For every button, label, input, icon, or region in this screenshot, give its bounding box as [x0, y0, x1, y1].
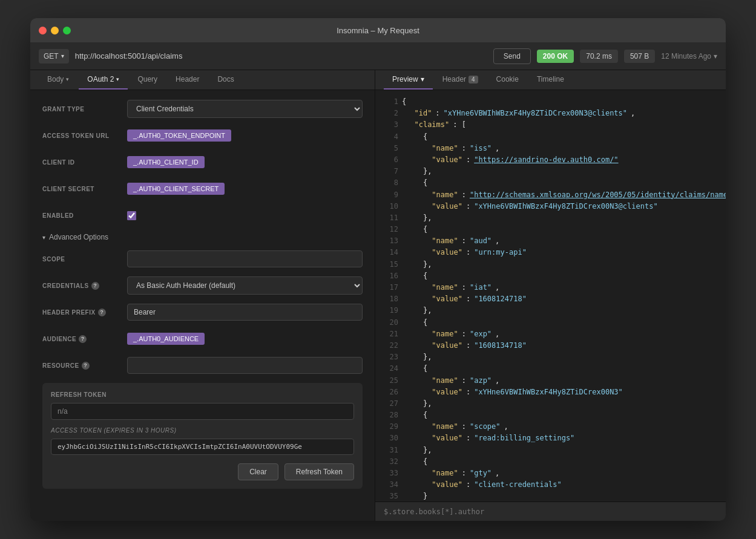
client-secret-row: CLIENT SECRET _.AUTH0_CLIENT_SECRET: [42, 180, 363, 198]
header-prefix-control: [127, 304, 363, 321]
json-line-10: 10 "value" : "xYHne6VBWIhWBzxF4Hy8ZTiDCr…: [384, 201, 726, 212]
json-line-1: 1{: [384, 96, 726, 108]
enabled-label: ENABLED: [42, 212, 127, 219]
token-section: REFRESH TOKEN ACCESS TOKEN (EXPIRES IN 3…: [42, 383, 363, 489]
grant-type-row: GRANT TYPE Client Credentials Authorizat…: [42, 100, 363, 118]
time-ago: 12 Minutes Ago ▾: [661, 52, 717, 60]
window-controls: [39, 27, 71, 34]
jq-query[interactable]: $.store.books[*].author: [384, 508, 484, 516]
json-line-23: 23 },: [384, 351, 726, 363]
refresh-token-button[interactable]: Refresh Token: [284, 463, 354, 480]
resource-info-icon[interactable]: ?: [82, 362, 90, 370]
auth0-client-id-tag[interactable]: _.AUTH0_CLIENT_ID: [127, 156, 205, 168]
tab-preview[interactable]: Preview ▾: [384, 70, 433, 90]
tab-cookie[interactable]: Cookie: [488, 70, 527, 90]
json-line-32: 32 {: [384, 456, 726, 468]
close-button[interactable]: [39, 27, 47, 34]
refresh-token-label: REFRESH TOKEN: [51, 391, 354, 398]
audience-info-icon[interactable]: ?: [79, 335, 87, 343]
json-line-2: 2 "id" : "xYHne6VBWIhWBzxF4Hy8ZTiDCrex00…: [384, 108, 726, 119]
json-line-11: 11 },: [384, 212, 726, 224]
access-token-url-row: ACCESS TOKEN URL _.AUTH0_TOKEN_ENDPOINT: [42, 126, 363, 145]
scope-row: SCOPE: [42, 250, 363, 268]
left-tabs: Body ▾ OAuth 2 ▾ Query Header Docs: [30, 70, 375, 90]
json-line-20: 20 {: [384, 317, 726, 328]
form-content: GRANT TYPE Client Credentials Authorizat…: [30, 90, 375, 521]
urlbar: GET Send 200 OK 70.2 ms 507 B 12 Minutes…: [30, 42, 726, 70]
client-secret-control: _.AUTH0_CLIENT_SECRET: [127, 183, 363, 195]
minimize-button[interactable]: [51, 27, 59, 34]
resource-control: [127, 357, 363, 374]
left-panel: Body ▾ OAuth 2 ▾ Query Header Docs GRANT…: [30, 70, 375, 521]
credentials-select[interactable]: As Basic Auth Header (default) In Reques…: [127, 276, 363, 295]
json-line-26: 26 "value" : "xYHne6VBWIhWBzxF4Hy8ZTiDCr…: [384, 387, 726, 398]
json-line-25: 25 "name" : "azp" ,: [384, 375, 726, 387]
json-line-13: 13 "name" : "aud" ,: [384, 235, 726, 247]
auth0-client-secret-tag[interactable]: _.AUTH0_CLIENT_SECRET: [127, 183, 225, 195]
tab-docs[interactable]: Docs: [209, 70, 242, 90]
app-window: Insomnia – My Request GET Send 200 OK 70…: [30, 18, 726, 521]
header-prefix-input[interactable]: [127, 304, 363, 321]
json-line-7: 7 },: [384, 166, 726, 177]
json-line-15: 15 },: [384, 259, 726, 270]
tab-header[interactable]: Header: [167, 70, 208, 90]
enabled-row: ENABLED: [42, 206, 363, 224]
json-line-29: 29 "name" : "scope" ,: [384, 421, 726, 433]
url-input[interactable]: [75, 51, 487, 60]
clear-button[interactable]: Clear: [238, 463, 278, 480]
json-line-35: 35 }: [384, 491, 726, 501]
credentials-label: CREDENTIALS ?: [42, 282, 127, 290]
access-token-url-label: ACCESS TOKEN URL: [42, 132, 127, 139]
json-line-14: 14 "value" : "urn:my-api": [384, 247, 726, 258]
tab-oauth2[interactable]: OAuth 2 ▾: [79, 70, 128, 90]
header-prefix-info-icon[interactable]: ?: [98, 309, 106, 316]
audience-label: AUDIENCE ?: [42, 335, 127, 343]
bottom-bar: $.store.books[*].author ?: [375, 501, 726, 521]
credentials-row: CREDENTIALS ? As Basic Auth Header (defa…: [42, 276, 363, 295]
header-prefix-row: HEADER PREFIX ?: [42, 303, 363, 321]
maximize-button[interactable]: [63, 27, 71, 34]
json-line-17: 17 "name" : "iat" ,: [384, 282, 726, 293]
scope-label: SCOPE: [42, 256, 127, 263]
tab-timeline[interactable]: Timeline: [528, 70, 573, 90]
json-line-6: 6 "value" : "https://sandrino-dev.auth0.…: [384, 154, 726, 166]
tab-response-header[interactable]: Header 4: [434, 70, 487, 90]
auth0-audience-tag[interactable]: _.AUTH0_AUDIENCE: [127, 333, 205, 345]
window-title: Insomnia – My Request: [337, 26, 419, 35]
grant-type-select[interactable]: Client Credentials Authorization Code Im…: [127, 100, 363, 118]
access-token-url-control: _.AUTH0_TOKEN_ENDPOINT: [127, 129, 363, 142]
json-line-9: 9 "name" : "http://schemas.xmlsoap.org/w…: [384, 189, 726, 201]
method-selector[interactable]: GET: [39, 49, 69, 64]
json-line-18: 18 "value" : "1608124718": [384, 293, 726, 305]
access-token-input[interactable]: [51, 439, 354, 455]
resource-row: RESOURCE ?: [42, 356, 363, 374]
json-line-30: 30 "value" : "read:billing_settings": [384, 433, 726, 444]
json-line-19: 19 },: [384, 305, 726, 316]
refresh-token-input[interactable]: [51, 403, 354, 420]
grant-type-control: Client Credentials Authorization Code Im…: [127, 100, 363, 118]
right-tabs: Preview ▾ Header 4 Cookie Timeline: [375, 70, 726, 90]
client-id-control: _.AUTH0_CLIENT_ID: [127, 156, 363, 168]
main-content: Body ▾ OAuth 2 ▾ Query Header Docs GRANT…: [30, 70, 726, 521]
scope-control: [127, 250, 363, 267]
advanced-arrow-icon: ▾: [42, 234, 45, 241]
audience-row: AUDIENCE ? _.AUTH0_AUDIENCE: [42, 330, 363, 348]
tab-query[interactable]: Query: [129, 70, 166, 90]
json-line-8: 8 {: [384, 177, 726, 189]
send-button[interactable]: Send: [493, 48, 531, 64]
json-line-27: 27 },: [384, 398, 726, 410]
json-line-24: 24 {: [384, 363, 726, 374]
token-actions: Clear Refresh Token: [51, 463, 354, 480]
auth0-token-endpoint-tag[interactable]: _.AUTH0_TOKEN_ENDPOINT: [127, 129, 231, 142]
advanced-options-toggle[interactable]: ▾ Advanced Options: [42, 233, 363, 241]
response-time: 70.2 ms: [580, 50, 618, 63]
scope-input[interactable]: [127, 250, 363, 267]
credentials-info-icon[interactable]: ?: [91, 282, 99, 290]
json-viewer: 1{ 2 "id" : "xYHne6VBWIhWBzxF4Hy8ZTiDCre…: [375, 90, 726, 501]
resource-input[interactable]: [127, 357, 363, 374]
json-line-4: 4 {: [384, 131, 726, 143]
json-line-21: 21 "name" : "exp" ,: [384, 328, 726, 340]
enabled-checkbox[interactable]: [127, 211, 136, 220]
tab-body[interactable]: Body ▾: [39, 70, 77, 90]
grant-type-label: GRANT TYPE: [42, 106, 127, 113]
